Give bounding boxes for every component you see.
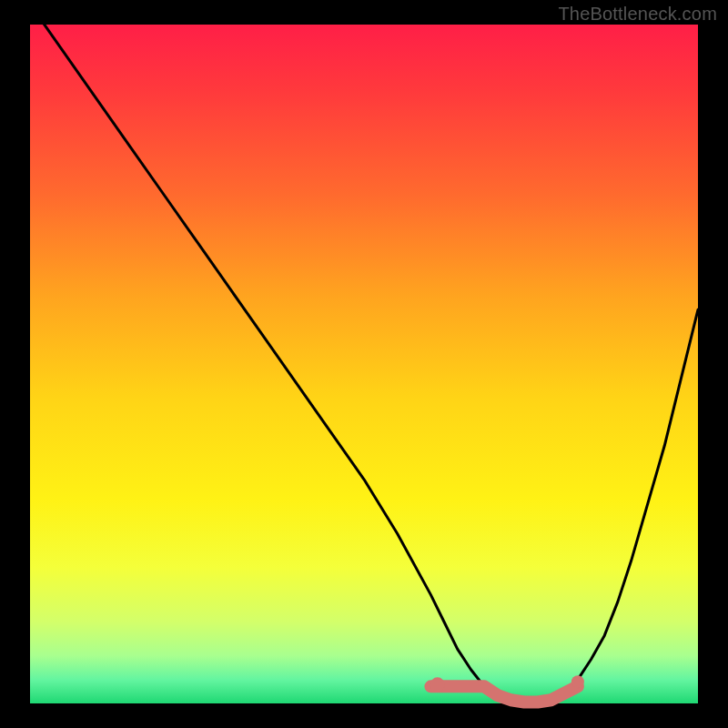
highlight-start-cap [430, 677, 445, 692]
highlight-end-dot [571, 675, 584, 688]
watermark-text: TheBottleneck.com [558, 4, 717, 25]
bottleneck-chart [0, 0, 728, 728]
gradient-background [30, 25, 698, 703]
chart-frame: TheBottleneck.com [0, 0, 728, 728]
